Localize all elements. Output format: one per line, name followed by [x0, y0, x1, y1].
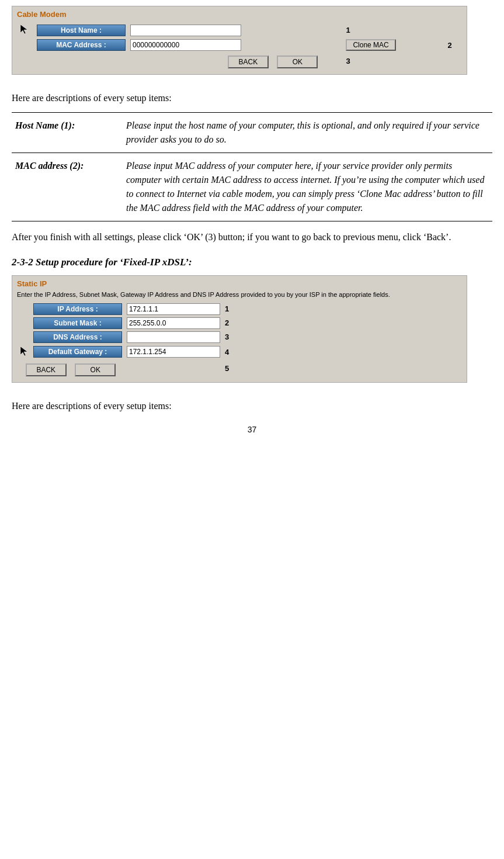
- mac-address-input[interactable]: [130, 39, 241, 51]
- host-name-label: Host Name :: [37, 25, 126, 36]
- mac-address-row: MAC Address : Clone MAC 2: [17, 38, 462, 52]
- host-name-input-cell: [128, 22, 343, 38]
- ip-cursor-cell: [17, 302, 31, 316]
- default-gateway-input[interactable]: [127, 346, 220, 358]
- desc-content-hostname: Please input the host name of your compu…: [123, 113, 492, 153]
- dns-address-input[interactable]: [127, 331, 220, 343]
- svg-marker-0: [20, 25, 27, 34]
- row-number-1: 1: [343, 22, 445, 38]
- default-gateway-row: Default Gateway : 4: [17, 344, 231, 360]
- subnet-mask-row: Subnet Mask : 2: [17, 316, 231, 330]
- mac-address-label-cell: MAC Address :: [34, 38, 128, 52]
- cable-modem-box: Cable Modem Host Name : 1: [12, 6, 467, 75]
- subnet-cursor-cell: [17, 316, 31, 330]
- default-gateway-input-cell: [124, 344, 223, 360]
- desc-row-hostname: Host Name (1): Please input the host nam…: [12, 113, 492, 153]
- static-row-number-5: 5: [223, 360, 231, 377]
- default-gateway-label: Default Gateway :: [33, 346, 122, 358]
- buttons-cell-cm: BACK OK: [17, 52, 343, 70]
- gateway-cursor-icon: [19, 345, 29, 357]
- ok-button-static[interactable]: OK: [75, 363, 116, 376]
- clone-mac-button[interactable]: Clone MAC: [346, 39, 395, 51]
- descriptions-intro2: Here are descriptions of every setup ite…: [12, 399, 492, 413]
- ip-address-input-cell: [124, 302, 223, 316]
- dns-address-label: DNS Address :: [33, 331, 122, 343]
- cursor-cell: [17, 22, 34, 38]
- gateway-cursor-cell: [17, 344, 31, 360]
- desc-content-mac: Please input MAC address of your compute…: [123, 153, 492, 221]
- buttons-container-cm: BACK OK: [19, 53, 341, 68]
- ok-button-cm[interactable]: OK: [277, 56, 318, 68]
- static-row-number-2: 2: [223, 316, 231, 330]
- static-ip-title: Static IP: [17, 279, 462, 288]
- after-settings-text: After you finish with all settings, plea…: [12, 230, 492, 245]
- back-button-static[interactable]: BACK: [26, 363, 67, 376]
- host-name-input[interactable]: [130, 25, 241, 36]
- static-row-number-4: 4: [223, 344, 231, 360]
- static-buttons-container: BACK OK: [19, 361, 122, 376]
- static-ip-section: Static IP Enter the IP Address, Subnet M…: [12, 275, 492, 392]
- ip-address-input[interactable]: [127, 303, 220, 315]
- ip-address-row: IP Address : 1: [17, 302, 231, 316]
- description-table: Host Name (1): Please input the host nam…: [12, 112, 492, 221]
- section-heading-fixed-ip: 2-3-2 Setup procedure for ‘Fixed-IP xDSL…: [12, 257, 492, 268]
- subnet-mask-input-cell: [124, 316, 223, 330]
- static-row-number-3: 3: [223, 330, 231, 344]
- cable-modem-title: Cable Modem: [17, 10, 462, 19]
- descriptions-intro: Here are descriptions of every setup ite…: [12, 91, 492, 105]
- cable-modem-section: Cable Modem Host Name : 1: [12, 6, 492, 84]
- dns-address-row: DNS Address : 3: [17, 330, 231, 344]
- ip-address-label: IP Address :: [33, 303, 122, 315]
- page-number: 37: [12, 425, 492, 434]
- mac-address-label: MAC Address :: [37, 39, 126, 51]
- subnet-mask-label-cell: Subnet Mask :: [31, 316, 124, 330]
- desc-row-mac: MAC address (2): Please input MAC addres…: [12, 153, 492, 221]
- buttons-row-cm: BACK OK 3: [17, 52, 462, 70]
- subnet-mask-input[interactable]: [127, 317, 220, 329]
- cable-modem-form: Host Name : 1 MAC Address : Clone MAC: [17, 22, 462, 70]
- row-number-2: 2: [446, 38, 462, 52]
- host-name-label-cell: Host Name :: [34, 22, 128, 38]
- static-ip-box: Static IP Enter the IP Address, Subnet M…: [12, 275, 467, 383]
- mac-address-input-cell: [128, 38, 343, 52]
- ip-address-label-cell: IP Address :: [31, 302, 124, 316]
- mac-cursor-cell: [17, 38, 34, 52]
- static-buttons-row: BACK OK 5: [17, 360, 231, 377]
- subnet-mask-label: Subnet Mask :: [33, 317, 122, 329]
- svg-marker-1: [20, 347, 27, 356]
- host-name-row: Host Name : 1: [17, 22, 462, 38]
- default-gateway-label-cell: Default Gateway :: [31, 344, 124, 360]
- static-row-number-5-cell: [124, 360, 223, 377]
- desc-label-mac: MAC address (2):: [12, 153, 123, 221]
- dns-address-input-cell: [124, 330, 223, 344]
- back-button-cm[interactable]: BACK: [228, 56, 269, 68]
- clone-mac-cell: Clone MAC: [343, 38, 445, 52]
- dns-address-label-cell: DNS Address :: [31, 330, 124, 344]
- cursor-icon: [19, 23, 29, 35]
- static-ip-form: IP Address : 1 Subnet Mask : 2: [17, 302, 231, 377]
- static-buttons-cell: BACK OK: [17, 360, 124, 377]
- static-ip-desc: Enter the IP Address, Subnet Mask, Gatew…: [17, 290, 462, 299]
- dns-cursor-cell: [17, 330, 31, 344]
- desc-label-hostname: Host Name (1):: [12, 113, 123, 153]
- row-number-3: 3: [343, 52, 445, 70]
- static-row-number-1: 1: [223, 302, 231, 316]
